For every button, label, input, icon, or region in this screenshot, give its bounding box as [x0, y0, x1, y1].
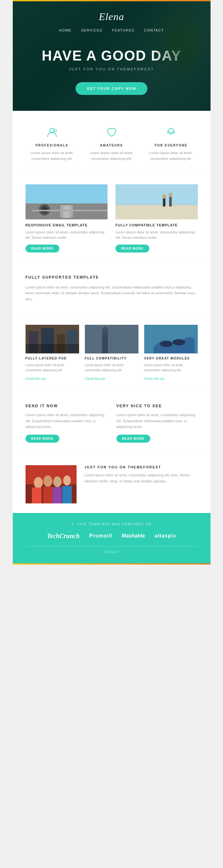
hero-cta-button[interactable]: GET YOUR COPY NOW — [76, 82, 147, 95]
compatibility-link[interactable]: Check this out — [85, 377, 105, 380]
footer-logo-techcrunch: TechCrunch — [47, 532, 80, 540]
three-col-grid: FULLY LAYERED PSD Lorem ipsum dolor sit … — [26, 325, 198, 381]
professionals-title: PROFESIONALS — [26, 144, 79, 147]
card-compatible: FULLY COMPATIBLE TEMPLATE Lorem ipsum do… — [115, 184, 198, 252]
hero-nav: HOME SERVICES FEATURES CONTACT — [26, 28, 198, 32]
svg-rect-14 — [169, 195, 172, 207]
bottom-bar — [13, 563, 211, 564]
svg-rect-22 — [26, 344, 79, 353]
svg-rect-9 — [32, 210, 108, 211]
layered-image — [26, 325, 79, 353]
send-btn[interactable]: Read more — [26, 435, 59, 443]
svg-rect-11 — [115, 205, 198, 219]
card-responsive: RESPONSIVE EMAIL TEMPLATE Lorem ipsum do… — [26, 184, 108, 252]
nav-home[interactable]: HOME — [59, 28, 72, 32]
svg-rect-36 — [32, 488, 41, 503]
card-compatible-btn[interactable]: Read more — [115, 245, 149, 252]
footer-bottom: Elena © — [26, 550, 198, 554]
features-grid: PROFESIONALS Lorem ipsum dolor sit amet,… — [26, 127, 198, 161]
card-couple-image — [115, 184, 198, 219]
feature-everyone: FOR EVERYONE Lorem ipsum dolor sit amet,… — [144, 127, 198, 161]
svg-rect-26 — [85, 325, 138, 353]
card-compatible-text: Lorem ipsum dolor sit amet, consectetur … — [115, 229, 198, 241]
nice-btn[interactable]: Read more — [116, 435, 150, 443]
nav-contact[interactable]: CONTACT — [144, 28, 164, 32]
feature-amateurs: AMATEURS Lorem ipsum dolor sit amet, con… — [85, 127, 138, 161]
img-text-title: JUST FOR YOU ON THEMEFOREST — [85, 465, 198, 469]
professionals-icon — [26, 127, 79, 140]
footer-featured-text: THIS TEMPLATE WAS FEATURED ON — [77, 523, 151, 526]
modules-link[interactable]: Check this out — [144, 377, 164, 380]
svg-rect-38 — [53, 487, 62, 503]
three-col-layered: FULLY LAYERED PSD Lorem ipsum dolor sit … — [26, 325, 79, 381]
everyone-title: FOR EVERYONE — [144, 144, 198, 147]
svg-point-0 — [50, 128, 54, 133]
svg-point-32 — [34, 477, 43, 489]
footer-section: THIS TEMPLATE WAS FEATURED ON TechCrunch… — [13, 513, 211, 563]
group-image — [26, 465, 77, 503]
nav-services[interactable]: SERVICES — [81, 28, 103, 32]
three-col-modules: VERY GREAT MODULES Lorem ipsum dolor sit… — [144, 325, 198, 381]
modules-title: VERY GREAT MODULES — [144, 356, 198, 360]
hero-section: Elena HOME SERVICES FEATURES CONTACT HAV… — [13, 1, 211, 111]
svg-point-34 — [53, 476, 62, 487]
svg-point-33 — [44, 475, 52, 487]
nice-text: Lorem ipsum dolor sit amet, consectetur … — [116, 412, 198, 430]
amateurs-text: Lorem ipsum dolor sit amet, consectetur … — [85, 150, 138, 161]
three-col-compatibility: FULL COMPATIBILITY Lorem ipsum dolor sit… — [85, 325, 138, 381]
layered-link[interactable]: Check this out — [26, 377, 46, 380]
img-text-content: JUST FOR YOU ON THEMEFOREST Lorem ipsum … — [85, 465, 198, 484]
footer-divider — [26, 546, 198, 547]
nice-to-see: VERY NICE TO SEE Lorem ipsum dolor sit a… — [116, 404, 198, 443]
cards-section: RESPONSIVE EMAIL TEMPLATE Lorem ipsum do… — [13, 175, 211, 262]
brand-logo: Elena — [26, 11, 198, 23]
supported-title: FULLY SUPPORTED TEMPLATE — [26, 275, 198, 280]
two-col-text-section: SEND IT NOW Lorem ipsum dolor sit amet, … — [13, 391, 211, 455]
svg-point-29 — [172, 339, 185, 345]
card-responsive-btn[interactable]: Read more — [26, 245, 59, 252]
svg-rect-6 — [63, 206, 69, 218]
modules-image — [144, 325, 198, 353]
card-responsive-text: Lorem ipsum dolor sit amet, consectetur … — [26, 229, 108, 241]
footer-logo-atlaspix: atlaspix — [155, 533, 176, 539]
compatibility-text: Lorem ipsum dolor sit amet, consectetur … — [85, 363, 138, 373]
svg-point-16 — [168, 193, 172, 197]
card-compatible-title: FULLY COMPATIBLE TEMPLATE — [115, 223, 198, 227]
two-col-text-grid: SEND IT NOW Lorem ipsum dolor sit amet, … — [26, 404, 198, 443]
svg-rect-10 — [115, 184, 198, 205]
modules-text: Lorem ipsum dolor sit amet, consectetur … — [144, 363, 198, 373]
nav-features[interactable]: FEATURES — [112, 28, 134, 32]
professionals-text: Lorem ipsum dolor sit amet, consectetur … — [26, 150, 79, 161]
layered-text: Lorem ipsum dolor sit amet, consectetur … — [26, 363, 79, 373]
send-title: SEND IT NOW — [26, 404, 107, 408]
three-col-section: FULLY LAYERED PSD Lorem ipsum dolor sit … — [13, 315, 211, 391]
everyone-text: Lorem ipsum dolor sit amet, consectetur … — [144, 150, 198, 161]
features-section: PROFESIONALS Lorem ipsum dolor sit amet,… — [13, 111, 211, 174]
svg-point-35 — [63, 475, 71, 486]
amateurs-icon — [85, 127, 138, 140]
svg-rect-3 — [26, 184, 108, 203]
everyone-icon — [144, 127, 198, 140]
hero-title: HAVE A GOOD DAY — [26, 48, 198, 63]
cards-grid: RESPONSIVE EMAIL TEMPLATE Lorem ipsum do… — [26, 184, 198, 252]
compatibility-title: FULL COMPATIBILITY — [85, 356, 138, 360]
img-text-body: Lorem ipsum dolor sit amet, consectetur … — [85, 472, 198, 484]
card-road-image — [26, 184, 108, 219]
supported-section: FULLY SUPPORTED TEMPLATE Lorem ipsum dol… — [13, 262, 211, 315]
supported-text: Lorem ipsum dolor sit amet, consectetur … — [26, 284, 198, 302]
footer-logos: TechCrunch Promoiil Mashable atlaspix — [26, 532, 198, 540]
layered-title: FULLY LAYERED PSD — [26, 356, 79, 360]
svg-rect-39 — [62, 486, 72, 503]
nice-title: VERY NICE TO SEE — [116, 404, 198, 408]
svg-point-15 — [162, 194, 166, 199]
compatibility-image — [85, 325, 138, 353]
svg-rect-37 — [43, 487, 53, 503]
footer-logo-promoiil: Promoiil — [89, 533, 112, 539]
footer-featured-label: THIS TEMPLATE WAS FEATURED ON — [26, 523, 198, 526]
feature-professionals: PROFESIONALS Lorem ipsum dolor sit amet,… — [26, 127, 79, 161]
card-responsive-title: RESPONSIVE EMAIL TEMPLATE — [26, 223, 108, 227]
send-text: Lorem ipsum dolor sit amet, consectetur … — [26, 412, 107, 430]
footer-logo-mashable: Mashable — [122, 533, 145, 539]
send-it-now: SEND IT NOW Lorem ipsum dolor sit amet, … — [26, 404, 107, 443]
amateurs-title: AMATEURS — [85, 144, 138, 147]
